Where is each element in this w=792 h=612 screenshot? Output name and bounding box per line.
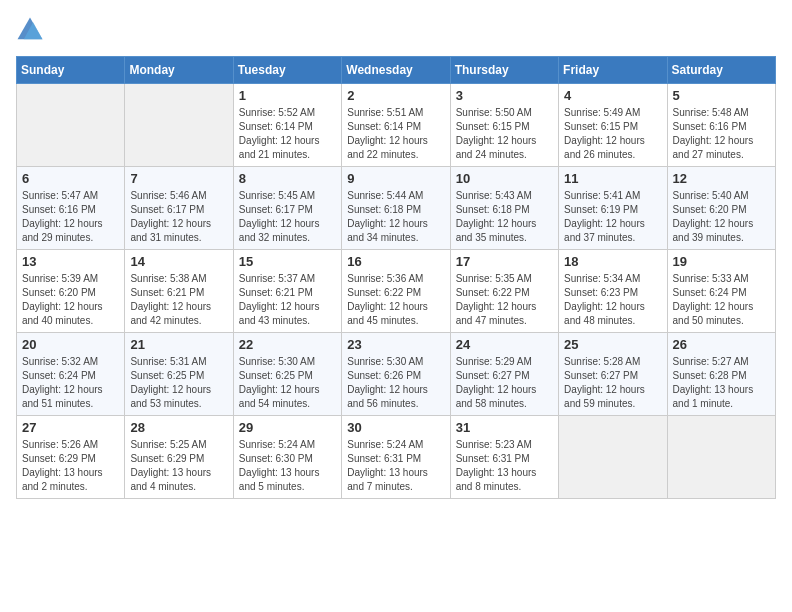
- calendar-cell: 16Sunrise: 5:36 AMSunset: 6:22 PMDayligh…: [342, 250, 450, 333]
- page-header: [16, 16, 776, 44]
- cell-details: Sunrise: 5:31 AMSunset: 6:25 PMDaylight:…: [130, 355, 227, 411]
- weekday-header: Friday: [559, 57, 667, 84]
- day-number: 28: [130, 420, 227, 435]
- day-number: 5: [673, 88, 770, 103]
- day-number: 20: [22, 337, 119, 352]
- day-number: 11: [564, 171, 661, 186]
- cell-details: Sunrise: 5:33 AMSunset: 6:24 PMDaylight:…: [673, 272, 770, 328]
- calendar-cell: 31Sunrise: 5:23 AMSunset: 6:31 PMDayligh…: [450, 416, 558, 499]
- cell-details: Sunrise: 5:51 AMSunset: 6:14 PMDaylight:…: [347, 106, 444, 162]
- calendar-cell: 7Sunrise: 5:46 AMSunset: 6:17 PMDaylight…: [125, 167, 233, 250]
- cell-details: Sunrise: 5:52 AMSunset: 6:14 PMDaylight:…: [239, 106, 336, 162]
- cell-details: Sunrise: 5:30 AMSunset: 6:25 PMDaylight:…: [239, 355, 336, 411]
- day-number: 26: [673, 337, 770, 352]
- cell-details: Sunrise: 5:32 AMSunset: 6:24 PMDaylight:…: [22, 355, 119, 411]
- cell-details: Sunrise: 5:41 AMSunset: 6:19 PMDaylight:…: [564, 189, 661, 245]
- calendar-cell: 28Sunrise: 5:25 AMSunset: 6:29 PMDayligh…: [125, 416, 233, 499]
- day-number: 10: [456, 171, 553, 186]
- cell-details: Sunrise: 5:49 AMSunset: 6:15 PMDaylight:…: [564, 106, 661, 162]
- day-number: 17: [456, 254, 553, 269]
- cell-details: Sunrise: 5:34 AMSunset: 6:23 PMDaylight:…: [564, 272, 661, 328]
- day-number: 16: [347, 254, 444, 269]
- calendar-cell: [667, 416, 775, 499]
- calendar-cell: 4Sunrise: 5:49 AMSunset: 6:15 PMDaylight…: [559, 84, 667, 167]
- calendar-week-row: 27Sunrise: 5:26 AMSunset: 6:29 PMDayligh…: [17, 416, 776, 499]
- cell-details: Sunrise: 5:45 AMSunset: 6:17 PMDaylight:…: [239, 189, 336, 245]
- cell-details: Sunrise: 5:44 AMSunset: 6:18 PMDaylight:…: [347, 189, 444, 245]
- calendar-cell: 29Sunrise: 5:24 AMSunset: 6:30 PMDayligh…: [233, 416, 341, 499]
- weekday-header: Sunday: [17, 57, 125, 84]
- cell-details: Sunrise: 5:26 AMSunset: 6:29 PMDaylight:…: [22, 438, 119, 494]
- day-number: 31: [456, 420, 553, 435]
- weekday-header-row: SundayMondayTuesdayWednesdayThursdayFrid…: [17, 57, 776, 84]
- cell-details: Sunrise: 5:29 AMSunset: 6:27 PMDaylight:…: [456, 355, 553, 411]
- calendar-cell: 21Sunrise: 5:31 AMSunset: 6:25 PMDayligh…: [125, 333, 233, 416]
- day-number: 22: [239, 337, 336, 352]
- calendar-cell: 2Sunrise: 5:51 AMSunset: 6:14 PMDaylight…: [342, 84, 450, 167]
- calendar-week-row: 13Sunrise: 5:39 AMSunset: 6:20 PMDayligh…: [17, 250, 776, 333]
- cell-details: Sunrise: 5:27 AMSunset: 6:28 PMDaylight:…: [673, 355, 770, 411]
- cell-details: Sunrise: 5:23 AMSunset: 6:31 PMDaylight:…: [456, 438, 553, 494]
- cell-details: Sunrise: 5:35 AMSunset: 6:22 PMDaylight:…: [456, 272, 553, 328]
- cell-details: Sunrise: 5:24 AMSunset: 6:30 PMDaylight:…: [239, 438, 336, 494]
- day-number: 9: [347, 171, 444, 186]
- day-number: 2: [347, 88, 444, 103]
- cell-details: Sunrise: 5:50 AMSunset: 6:15 PMDaylight:…: [456, 106, 553, 162]
- calendar-cell: 3Sunrise: 5:50 AMSunset: 6:15 PMDaylight…: [450, 84, 558, 167]
- day-number: 7: [130, 171, 227, 186]
- calendar-cell: 1Sunrise: 5:52 AMSunset: 6:14 PMDaylight…: [233, 84, 341, 167]
- cell-details: Sunrise: 5:37 AMSunset: 6:21 PMDaylight:…: [239, 272, 336, 328]
- calendar-cell: 8Sunrise: 5:45 AMSunset: 6:17 PMDaylight…: [233, 167, 341, 250]
- calendar-cell: 26Sunrise: 5:27 AMSunset: 6:28 PMDayligh…: [667, 333, 775, 416]
- cell-details: Sunrise: 5:46 AMSunset: 6:17 PMDaylight:…: [130, 189, 227, 245]
- calendar-cell: 9Sunrise: 5:44 AMSunset: 6:18 PMDaylight…: [342, 167, 450, 250]
- weekday-header: Tuesday: [233, 57, 341, 84]
- day-number: 19: [673, 254, 770, 269]
- day-number: 27: [22, 420, 119, 435]
- cell-details: Sunrise: 5:48 AMSunset: 6:16 PMDaylight:…: [673, 106, 770, 162]
- cell-details: Sunrise: 5:30 AMSunset: 6:26 PMDaylight:…: [347, 355, 444, 411]
- day-number: 15: [239, 254, 336, 269]
- calendar-table: SundayMondayTuesdayWednesdayThursdayFrid…: [16, 56, 776, 499]
- cell-details: Sunrise: 5:38 AMSunset: 6:21 PMDaylight:…: [130, 272, 227, 328]
- calendar-week-row: 6Sunrise: 5:47 AMSunset: 6:16 PMDaylight…: [17, 167, 776, 250]
- day-number: 4: [564, 88, 661, 103]
- calendar-cell: 6Sunrise: 5:47 AMSunset: 6:16 PMDaylight…: [17, 167, 125, 250]
- weekday-header: Thursday: [450, 57, 558, 84]
- calendar-cell: 22Sunrise: 5:30 AMSunset: 6:25 PMDayligh…: [233, 333, 341, 416]
- weekday-header: Wednesday: [342, 57, 450, 84]
- cell-details: Sunrise: 5:47 AMSunset: 6:16 PMDaylight:…: [22, 189, 119, 245]
- day-number: 18: [564, 254, 661, 269]
- calendar-week-row: 20Sunrise: 5:32 AMSunset: 6:24 PMDayligh…: [17, 333, 776, 416]
- cell-details: Sunrise: 5:24 AMSunset: 6:31 PMDaylight:…: [347, 438, 444, 494]
- calendar-cell: 10Sunrise: 5:43 AMSunset: 6:18 PMDayligh…: [450, 167, 558, 250]
- cell-details: Sunrise: 5:40 AMSunset: 6:20 PMDaylight:…: [673, 189, 770, 245]
- day-number: 30: [347, 420, 444, 435]
- calendar-cell: 17Sunrise: 5:35 AMSunset: 6:22 PMDayligh…: [450, 250, 558, 333]
- calendar-cell: 5Sunrise: 5:48 AMSunset: 6:16 PMDaylight…: [667, 84, 775, 167]
- day-number: 1: [239, 88, 336, 103]
- day-number: 3: [456, 88, 553, 103]
- day-number: 12: [673, 171, 770, 186]
- calendar-cell: 30Sunrise: 5:24 AMSunset: 6:31 PMDayligh…: [342, 416, 450, 499]
- calendar-cell: 12Sunrise: 5:40 AMSunset: 6:20 PMDayligh…: [667, 167, 775, 250]
- calendar-cell: 15Sunrise: 5:37 AMSunset: 6:21 PMDayligh…: [233, 250, 341, 333]
- calendar-week-row: 1Sunrise: 5:52 AMSunset: 6:14 PMDaylight…: [17, 84, 776, 167]
- calendar-cell: 18Sunrise: 5:34 AMSunset: 6:23 PMDayligh…: [559, 250, 667, 333]
- calendar-cell: 20Sunrise: 5:32 AMSunset: 6:24 PMDayligh…: [17, 333, 125, 416]
- calendar-cell: [17, 84, 125, 167]
- day-number: 24: [456, 337, 553, 352]
- calendar-cell: 14Sunrise: 5:38 AMSunset: 6:21 PMDayligh…: [125, 250, 233, 333]
- cell-details: Sunrise: 5:36 AMSunset: 6:22 PMDaylight:…: [347, 272, 444, 328]
- calendar-cell: 13Sunrise: 5:39 AMSunset: 6:20 PMDayligh…: [17, 250, 125, 333]
- logo: [16, 16, 48, 44]
- day-number: 21: [130, 337, 227, 352]
- day-number: 6: [22, 171, 119, 186]
- calendar-cell: [125, 84, 233, 167]
- day-number: 8: [239, 171, 336, 186]
- day-number: 23: [347, 337, 444, 352]
- weekday-header: Monday: [125, 57, 233, 84]
- cell-details: Sunrise: 5:39 AMSunset: 6:20 PMDaylight:…: [22, 272, 119, 328]
- calendar-cell: 25Sunrise: 5:28 AMSunset: 6:27 PMDayligh…: [559, 333, 667, 416]
- day-number: 29: [239, 420, 336, 435]
